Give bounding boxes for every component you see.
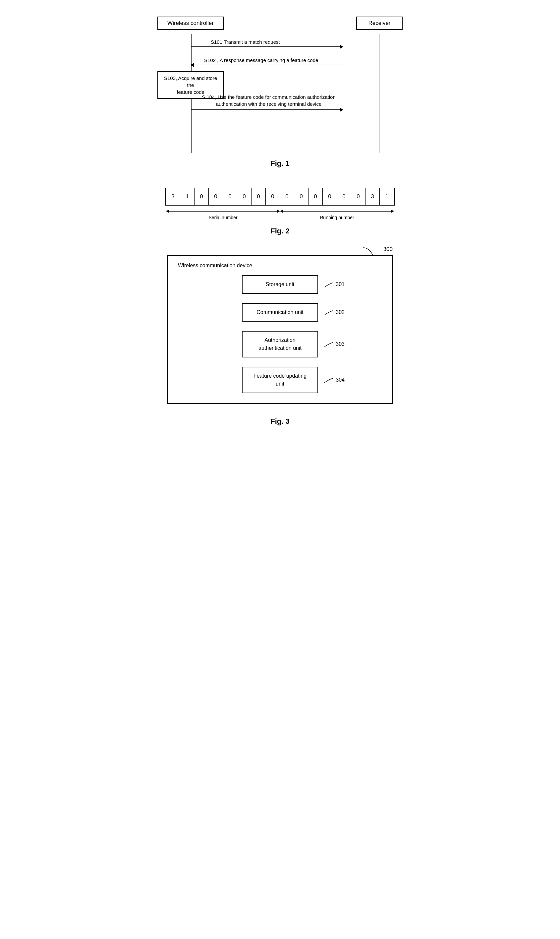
unit-connector-1 [280,294,280,303]
serial-number-arrow: Serial number [166,210,280,220]
bit-cell-9: 0 [294,188,309,205]
bit-cell-3: 0 [209,188,223,205]
unit-connector-3 [280,358,280,367]
running-arrow-line [280,210,394,213]
unit-curve-301 [323,281,334,288]
bit-cell-14: 3 [366,188,380,205]
outer-box: Wireless communication device Storage un… [167,255,393,404]
serial-arrowhead-left [166,210,169,213]
bit-cell-8: 0 [280,188,294,205]
serial-arrow-line [166,210,280,213]
running-line [283,211,391,211]
fig1-diagram: Wireless controller Receiver S101,Transm… [148,13,412,153]
s103-label: S103, Acquire and store the feature code [164,75,217,95]
unit-number-303: 303 [336,341,345,347]
unit-row-0: Storage unit301 [242,275,318,294]
number-300: 300 [383,246,393,253]
running-label: Running number [320,215,354,220]
bit-cell-13: 0 [351,188,366,205]
running-arrowhead-left [280,210,283,213]
running-arrowhead-right [391,210,394,213]
running-number-arrow: Running number [280,210,394,220]
unit-number-302: 302 [336,309,345,315]
unit-curve-304 [323,377,334,383]
right-vertical-line [379,34,379,153]
unit-row-3: Feature code updating unit304 [242,367,318,393]
fig2-container: 3100000000000031 Serial number [131,188,429,236]
fig1-container: Wireless controller Receiver S101,Transm… [131,13,429,168]
unit-number-wrapper-302: 302 [323,309,345,316]
unit-row-2: Authorization authentication unit303 [242,331,318,358]
outer-label: Wireless communication device [178,263,382,268]
fig3-label: Fig. 3 [271,417,289,426]
bit-cell-11: 0 [323,188,337,205]
bit-cell-0: 3 [166,188,180,205]
s104-arrow-line [191,109,343,110]
unit-number-301: 301 [336,282,345,287]
fig2-label: Fig. 2 [271,227,289,236]
fig3-diagram: 300 Wireless communication device Storag… [167,255,393,404]
bit-cell-10: 0 [309,188,323,205]
s101-arrow-line [191,46,343,47]
fig3-container: 300 Wireless communication device Storag… [131,255,429,426]
bit-cell-15: 1 [380,188,394,205]
serial-line [169,211,277,211]
receiver-box: Receiver [356,17,403,30]
unit-row-1: Communication unit302 [242,303,318,322]
unit-box-304: Feature code updating unit [242,367,318,393]
number-300-curve [360,246,376,256]
fig2-arrows-container: Serial number Running number [166,210,394,220]
unit-box-303: Authorization authentication unit [242,331,318,358]
s104-arrow-row: S 104, Use the feature code for communic… [191,109,343,110]
s102-arrow-row: S102 , A response message carrying a fea… [191,65,343,65]
s104-label: S 104, Use the feature code for communic… [197,94,340,108]
unit-number-304: 304 [336,377,345,383]
s101-arrow-row: S101,Transmit a match request [191,46,343,47]
unit-number-wrapper-301: 301 [323,281,345,288]
serial-arrowhead-right [277,210,280,213]
bit-cell-1: 1 [180,188,194,205]
bit-grid: 3100000000000031 [165,188,395,205]
bit-cell-4: 0 [223,188,237,205]
fig1-label: Fig. 1 [271,159,289,168]
serial-label: Serial number [208,215,237,220]
unit-curve-303 [323,341,334,347]
unit-connector-2 [280,322,280,331]
bit-cell-12: 0 [337,188,351,205]
unit-number-wrapper-304: 304 [323,377,345,383]
unit-box-301: Storage unit [242,275,318,294]
page-container: Wireless controller Receiver S101,Transm… [131,13,429,426]
units-column: Storage unit301Communication unit302Auth… [178,275,382,393]
unit-box-302: Communication unit [242,303,318,322]
bit-cell-5: 0 [237,188,251,205]
unit-number-wrapper-303: 303 [323,341,345,347]
s101-label: S101,Transmit a match request [211,39,280,45]
unit-curve-302 [323,309,334,316]
s102-label: S102 , A response message carrying a fea… [204,57,318,63]
fig2-diagram: 3100000000000031 Serial number [164,188,396,220]
bit-cell-2: 0 [194,188,209,205]
s102-arrow-line [191,65,343,65]
wireless-controller-box: Wireless controller [157,17,224,30]
bit-cell-6: 0 [251,188,266,205]
bit-cell-7: 0 [266,188,280,205]
